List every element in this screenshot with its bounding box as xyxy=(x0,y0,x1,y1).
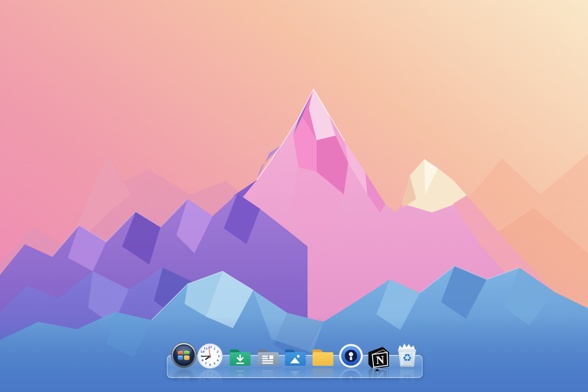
dock-item-1password[interactable] xyxy=(339,344,363,368)
dock-item-clock[interactable]: 121234567891011 121234567891011 xyxy=(197,343,223,369)
analog-clock-icon: 121234567891011 xyxy=(197,343,223,369)
dock-item-notion[interactable]: N N xyxy=(366,345,389,368)
svg-text:11: 11 xyxy=(204,347,208,350)
svg-text:4: 4 xyxy=(217,359,219,362)
yellow-folder-icon xyxy=(311,345,335,367)
notion-icon: N xyxy=(366,345,389,368)
svg-text:1: 1 xyxy=(213,347,215,350)
svg-text:10: 10 xyxy=(201,350,205,353)
svg-text:7: 7 xyxy=(205,362,207,365)
dock-item-downloads-folder[interactable] xyxy=(228,345,252,367)
pictures-folder-icon xyxy=(283,345,308,367)
dock-item-documents-folder[interactable] xyxy=(256,345,280,367)
desktop[interactable]: 121234567891011 121234567891011 xyxy=(0,0,588,392)
documents-folder-icon xyxy=(256,345,280,367)
svg-text:5: 5 xyxy=(213,362,215,365)
notion-letter: N xyxy=(375,354,384,366)
wallpaper-mountains xyxy=(0,0,588,392)
recycle-bin-full-icon: ♻ xyxy=(394,341,417,368)
dock-item-recycle-bin[interactable]: ♻ ♻ xyxy=(394,341,417,368)
svg-text:6: 6 xyxy=(209,363,211,366)
recycle-symbol: ♻ xyxy=(403,352,412,364)
dock-item-pictures-folder[interactable] xyxy=(283,345,308,367)
svg-text:3: 3 xyxy=(218,354,220,358)
downloads-folder-icon xyxy=(228,345,252,367)
dock-item-folder[interactable] xyxy=(311,345,335,367)
dock-item-start[interactable] xyxy=(171,342,197,368)
1password-icon xyxy=(339,344,363,368)
svg-text:2: 2 xyxy=(217,350,218,353)
svg-text:8: 8 xyxy=(202,359,204,362)
windows-logo-icon xyxy=(171,342,197,368)
notion-running-indicator xyxy=(375,368,379,371)
